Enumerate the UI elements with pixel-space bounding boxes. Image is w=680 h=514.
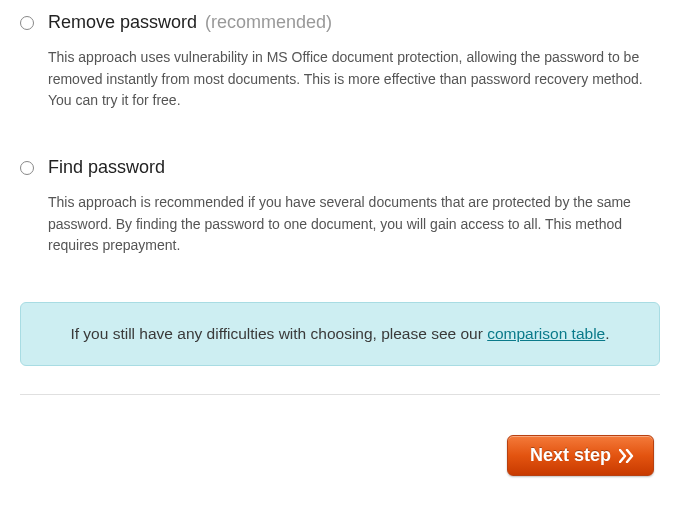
option-header: Find password <box>20 157 660 178</box>
next-step-button[interactable]: Next step <box>507 435 654 476</box>
radio-remove-password[interactable] <box>20 16 34 30</box>
option-title: Find password <box>48 157 165 178</box>
option-title: Remove password <box>48 12 197 33</box>
info-suffix: . <box>605 325 609 342</box>
option-find-password: Find password This approach is recommend… <box>20 157 660 257</box>
radio-find-password[interactable] <box>20 161 34 175</box>
next-step-label: Next step <box>530 445 611 466</box>
info-text: If you still have any difficulties with … <box>70 325 609 342</box>
option-header: Remove password (recommended) <box>20 12 660 33</box>
option-remove-password: Remove password (recommended) This appro… <box>20 12 660 112</box>
info-prefix: If you still have any difficulties with … <box>70 325 487 342</box>
button-row: Next step <box>20 435 660 476</box>
chevron-right-icon <box>619 449 635 463</box>
recommended-badge: (recommended) <box>205 12 332 33</box>
info-box: If you still have any difficulties with … <box>20 302 660 366</box>
option-description: This approach uses vulnerability in MS O… <box>48 47 660 112</box>
divider <box>20 394 660 395</box>
comparison-table-link[interactable]: comparison table <box>487 325 605 342</box>
option-description: This approach is recommended if you have… <box>48 192 660 257</box>
